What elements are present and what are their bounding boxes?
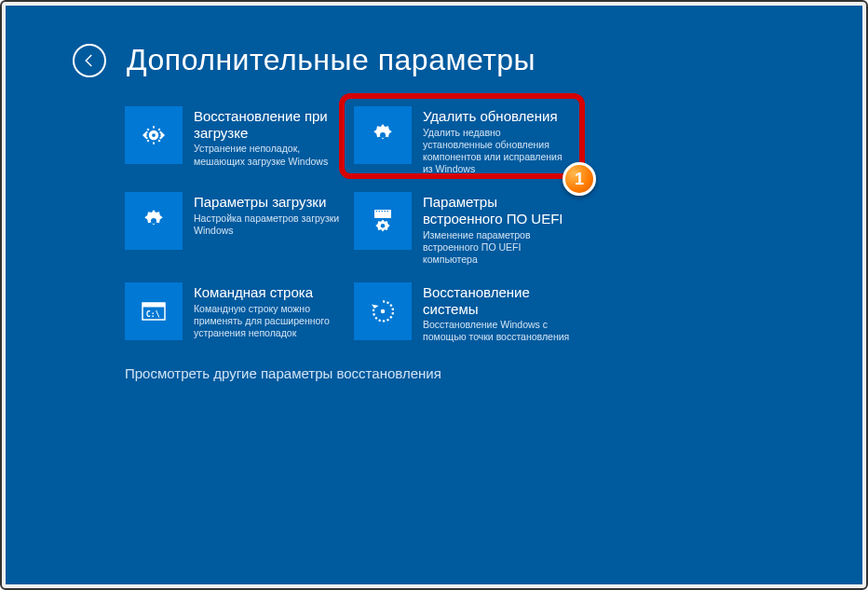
gear-icon: [125, 192, 183, 250]
tile-text: Параметры встроенного ПО UEFI Изменение …: [412, 192, 581, 266]
tile-title: Параметры загрузки: [194, 194, 343, 211]
tile-text: Восстановление при загрузке Устранение н…: [183, 106, 352, 175]
options-grid: Восстановление при загрузке Устранение н…: [125, 106, 581, 344]
tile-text: Удалить обновления Удалить недавно устан…: [412, 106, 581, 175]
tile-title: Восстановление системы: [423, 284, 572, 317]
recovery-screen: Дополнительные параметры Восстановление …: [6, 6, 862, 584]
tile-desc: Изменение параметров встроенного ПО UEFI…: [423, 229, 572, 266]
back-button[interactable]: [73, 44, 106, 77]
svg-point-5: [381, 224, 386, 228]
tile-title: Командная строка: [194, 284, 343, 301]
header: Дополнительные параметры: [73, 43, 536, 77]
annotation-marker-1: 1: [563, 162, 596, 196]
tile-system-restore[interactable]: Восстановление системы Восстановление Wi…: [354, 282, 581, 344]
tile-title: Удалить обновления: [423, 108, 572, 125]
tile-desc: Восстановление Windows с помощью точки в…: [423, 319, 572, 343]
tile-title: Параметры встроенного ПО UEFI: [423, 194, 572, 226]
tile-uninstall-updates[interactable]: Удалить обновления Удалить недавно устан…: [354, 106, 581, 175]
cmd-icon: C:\: [125, 282, 183, 340]
more-options-link[interactable]: Просмотреть другие параметры восстановле…: [125, 365, 441, 381]
tile-startup-settings[interactable]: Параметры загрузки Настройка параметров …: [125, 192, 352, 266]
tile-text: Параметры загрузки Настройка параметров …: [183, 192, 352, 266]
tile-text: Командная строка Командную строку можно …: [183, 282, 352, 344]
tile-text: Восстановление системы Восстановление Wi…: [412, 282, 581, 344]
tile-command-prompt[interactable]: C:\ Командная строка Командную строку мо…: [125, 282, 352, 344]
tile-desc: Устранение неполадок, мешающих загрузке …: [194, 143, 343, 167]
svg-point-9: [381, 309, 386, 314]
firmware-gear-icon: [354, 192, 412, 250]
svg-point-2: [380, 132, 386, 138]
svg-text:C:\: C:\: [146, 309, 160, 319]
page-title: Дополнительные параметры: [127, 43, 536, 77]
tile-uefi-firmware[interactable]: Параметры встроенного ПО UEFI Изменение …: [354, 192, 581, 266]
tile-desc: Удалить недавно установленные обновления…: [423, 127, 572, 176]
tile-startup-repair[interactable]: Восстановление при загрузке Устранение н…: [125, 106, 352, 175]
svg-rect-7: [142, 303, 165, 308]
outer-frame: Дополнительные параметры Восстановление …: [0, 0, 868, 590]
restore-icon: [354, 282, 412, 340]
gear-icon: [354, 106, 412, 164]
tile-desc: Настройка параметров загрузки Windows: [194, 213, 343, 237]
tile-desc: Командную строку можно применять для рас…: [194, 303, 343, 339]
code-gear-icon: [125, 106, 183, 164]
back-arrow-icon: [81, 52, 98, 69]
svg-point-1: [152, 133, 156, 137]
svg-point-3: [151, 218, 156, 224]
tile-title: Восстановление при загрузке: [194, 108, 343, 141]
